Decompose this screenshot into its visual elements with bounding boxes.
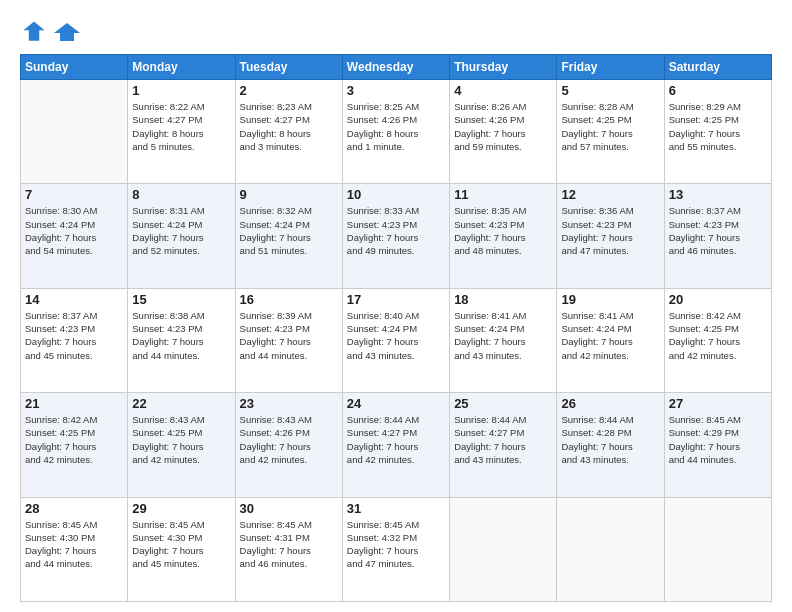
- calendar-cell: 9Sunrise: 8:32 AM Sunset: 4:24 PM Daylig…: [235, 184, 342, 288]
- calendar-cell: 22Sunrise: 8:43 AM Sunset: 4:25 PM Dayli…: [128, 393, 235, 497]
- day-info: Sunrise: 8:43 AM Sunset: 4:25 PM Dayligh…: [132, 413, 230, 466]
- day-number: 3: [347, 83, 445, 98]
- day-number: 20: [669, 292, 767, 307]
- calendar-cell: 6Sunrise: 8:29 AM Sunset: 4:25 PM Daylig…: [664, 80, 771, 184]
- day-info: Sunrise: 8:32 AM Sunset: 4:24 PM Dayligh…: [240, 204, 338, 257]
- day-number: 10: [347, 187, 445, 202]
- calendar-cell: 14Sunrise: 8:37 AM Sunset: 4:23 PM Dayli…: [21, 288, 128, 392]
- day-info: Sunrise: 8:30 AM Sunset: 4:24 PM Dayligh…: [25, 204, 123, 257]
- calendar-cell: [557, 497, 664, 601]
- calendar-cell: 1Sunrise: 8:22 AM Sunset: 4:27 PM Daylig…: [128, 80, 235, 184]
- day-info: Sunrise: 8:45 AM Sunset: 4:30 PM Dayligh…: [132, 518, 230, 571]
- day-info: Sunrise: 8:40 AM Sunset: 4:24 PM Dayligh…: [347, 309, 445, 362]
- day-info: Sunrise: 8:45 AM Sunset: 4:32 PM Dayligh…: [347, 518, 445, 571]
- day-info: Sunrise: 8:25 AM Sunset: 4:26 PM Dayligh…: [347, 100, 445, 153]
- logo-flag-icon: [52, 21, 82, 43]
- day-number: 16: [240, 292, 338, 307]
- day-number: 31: [347, 501, 445, 516]
- calendar-cell: 17Sunrise: 8:40 AM Sunset: 4:24 PM Dayli…: [342, 288, 449, 392]
- calendar-cell: 24Sunrise: 8:44 AM Sunset: 4:27 PM Dayli…: [342, 393, 449, 497]
- day-number: 30: [240, 501, 338, 516]
- day-number: 14: [25, 292, 123, 307]
- day-number: 26: [561, 396, 659, 411]
- calendar-week-row: 1Sunrise: 8:22 AM Sunset: 4:27 PM Daylig…: [21, 80, 772, 184]
- day-number: 8: [132, 187, 230, 202]
- calendar-cell: 12Sunrise: 8:36 AM Sunset: 4:23 PM Dayli…: [557, 184, 664, 288]
- day-number: 12: [561, 187, 659, 202]
- day-number: 15: [132, 292, 230, 307]
- day-info: Sunrise: 8:44 AM Sunset: 4:27 PM Dayligh…: [347, 413, 445, 466]
- calendar-header-tuesday: Tuesday: [235, 55, 342, 80]
- day-info: Sunrise: 8:44 AM Sunset: 4:27 PM Dayligh…: [454, 413, 552, 466]
- day-info: Sunrise: 8:29 AM Sunset: 4:25 PM Dayligh…: [669, 100, 767, 153]
- day-number: 29: [132, 501, 230, 516]
- calendar-header-wednesday: Wednesday: [342, 55, 449, 80]
- day-info: Sunrise: 8:37 AM Sunset: 4:23 PM Dayligh…: [669, 204, 767, 257]
- calendar-cell: 4Sunrise: 8:26 AM Sunset: 4:26 PM Daylig…: [450, 80, 557, 184]
- day-number: 19: [561, 292, 659, 307]
- calendar-header-friday: Friday: [557, 55, 664, 80]
- day-number: 6: [669, 83, 767, 98]
- calendar-cell: [664, 497, 771, 601]
- day-info: Sunrise: 8:42 AM Sunset: 4:25 PM Dayligh…: [669, 309, 767, 362]
- day-info: Sunrise: 8:28 AM Sunset: 4:25 PM Dayligh…: [561, 100, 659, 153]
- logo-icon: [20, 18, 48, 46]
- day-number: 24: [347, 396, 445, 411]
- day-info: Sunrise: 8:45 AM Sunset: 4:29 PM Dayligh…: [669, 413, 767, 466]
- calendar-cell: 23Sunrise: 8:43 AM Sunset: 4:26 PM Dayli…: [235, 393, 342, 497]
- day-number: 25: [454, 396, 552, 411]
- day-info: Sunrise: 8:38 AM Sunset: 4:23 PM Dayligh…: [132, 309, 230, 362]
- day-number: 4: [454, 83, 552, 98]
- calendar-cell: 30Sunrise: 8:45 AM Sunset: 4:31 PM Dayli…: [235, 497, 342, 601]
- day-info: Sunrise: 8:44 AM Sunset: 4:28 PM Dayligh…: [561, 413, 659, 466]
- day-info: Sunrise: 8:36 AM Sunset: 4:23 PM Dayligh…: [561, 204, 659, 257]
- day-number: 28: [25, 501, 123, 516]
- calendar-cell: 3Sunrise: 8:25 AM Sunset: 4:26 PM Daylig…: [342, 80, 449, 184]
- day-info: Sunrise: 8:31 AM Sunset: 4:24 PM Dayligh…: [132, 204, 230, 257]
- day-number: 7: [25, 187, 123, 202]
- calendar-cell: 11Sunrise: 8:35 AM Sunset: 4:23 PM Dayli…: [450, 184, 557, 288]
- svg-marker-2: [54, 23, 80, 41]
- calendar-week-row: 28Sunrise: 8:45 AM Sunset: 4:30 PM Dayli…: [21, 497, 772, 601]
- svg-marker-0: [24, 22, 45, 41]
- calendar-cell: 27Sunrise: 8:45 AM Sunset: 4:29 PM Dayli…: [664, 393, 771, 497]
- day-info: Sunrise: 8:22 AM Sunset: 4:27 PM Dayligh…: [132, 100, 230, 153]
- day-number: 17: [347, 292, 445, 307]
- day-number: 13: [669, 187, 767, 202]
- calendar-cell: 25Sunrise: 8:44 AM Sunset: 4:27 PM Dayli…: [450, 393, 557, 497]
- calendar-cell: 29Sunrise: 8:45 AM Sunset: 4:30 PM Dayli…: [128, 497, 235, 601]
- calendar-cell: 26Sunrise: 8:44 AM Sunset: 4:28 PM Dayli…: [557, 393, 664, 497]
- day-number: 5: [561, 83, 659, 98]
- calendar-cell: 5Sunrise: 8:28 AM Sunset: 4:25 PM Daylig…: [557, 80, 664, 184]
- calendar-header-sunday: Sunday: [21, 55, 128, 80]
- calendar-header-thursday: Thursday: [450, 55, 557, 80]
- day-number: 11: [454, 187, 552, 202]
- day-info: Sunrise: 8:37 AM Sunset: 4:23 PM Dayligh…: [25, 309, 123, 362]
- day-info: Sunrise: 8:33 AM Sunset: 4:23 PM Dayligh…: [347, 204, 445, 257]
- day-info: Sunrise: 8:23 AM Sunset: 4:27 PM Dayligh…: [240, 100, 338, 153]
- day-number: 1: [132, 83, 230, 98]
- header: [20, 18, 772, 46]
- day-info: Sunrise: 8:45 AM Sunset: 4:31 PM Dayligh…: [240, 518, 338, 571]
- calendar-cell: 7Sunrise: 8:30 AM Sunset: 4:24 PM Daylig…: [21, 184, 128, 288]
- calendar-cell: 8Sunrise: 8:31 AM Sunset: 4:24 PM Daylig…: [128, 184, 235, 288]
- day-number: 22: [132, 396, 230, 411]
- calendar-header-saturday: Saturday: [664, 55, 771, 80]
- day-number: 18: [454, 292, 552, 307]
- calendar-week-row: 14Sunrise: 8:37 AM Sunset: 4:23 PM Dayli…: [21, 288, 772, 392]
- day-info: Sunrise: 8:26 AM Sunset: 4:26 PM Dayligh…: [454, 100, 552, 153]
- day-info: Sunrise: 8:39 AM Sunset: 4:23 PM Dayligh…: [240, 309, 338, 362]
- day-info: Sunrise: 8:41 AM Sunset: 4:24 PM Dayligh…: [454, 309, 552, 362]
- day-number: 23: [240, 396, 338, 411]
- calendar-cell: 28Sunrise: 8:45 AM Sunset: 4:30 PM Dayli…: [21, 497, 128, 601]
- day-number: 27: [669, 396, 767, 411]
- calendar-header-monday: Monday: [128, 55, 235, 80]
- day-info: Sunrise: 8:42 AM Sunset: 4:25 PM Dayligh…: [25, 413, 123, 466]
- calendar-cell: 2Sunrise: 8:23 AM Sunset: 4:27 PM Daylig…: [235, 80, 342, 184]
- calendar-cell: 13Sunrise: 8:37 AM Sunset: 4:23 PM Dayli…: [664, 184, 771, 288]
- day-info: Sunrise: 8:43 AM Sunset: 4:26 PM Dayligh…: [240, 413, 338, 466]
- calendar-cell: 31Sunrise: 8:45 AM Sunset: 4:32 PM Dayli…: [342, 497, 449, 601]
- calendar-cell: 10Sunrise: 8:33 AM Sunset: 4:23 PM Dayli…: [342, 184, 449, 288]
- calendar-week-row: 21Sunrise: 8:42 AM Sunset: 4:25 PM Dayli…: [21, 393, 772, 497]
- day-number: 9: [240, 187, 338, 202]
